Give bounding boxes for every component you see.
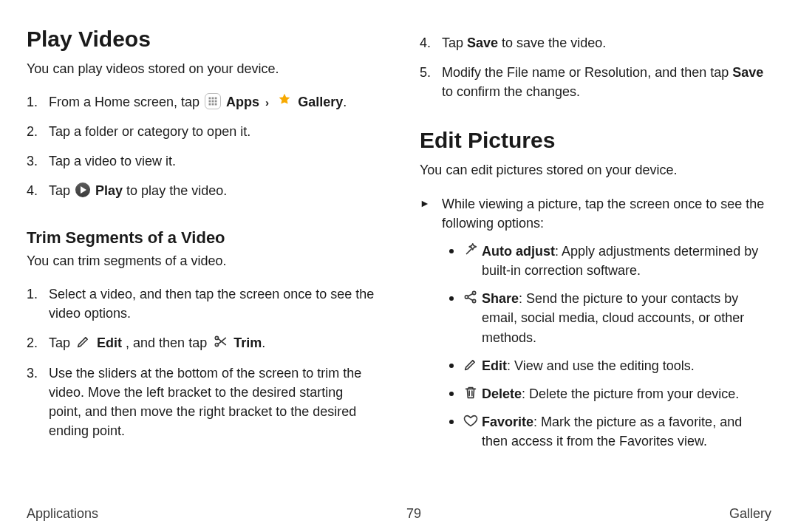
continued-steps: Tap Save to save the video. Modify the F… <box>420 27 771 112</box>
intro-play-videos: You can play videos stored on your devic… <box>27 60 378 78</box>
apps-icon <box>205 93 221 109</box>
trim-label: Trim <box>233 335 262 350</box>
svg-rect-8 <box>215 103 217 105</box>
svg-rect-5 <box>215 100 217 102</box>
trim-step-2b: , and then tap <box>126 335 211 350</box>
step-2: Tap a folder or category to open it. <box>27 122 378 141</box>
edit-option-desc: : View and use the editing tools. <box>507 358 695 373</box>
auto-adjust-label: Auto adjust <box>482 244 555 259</box>
trash-icon <box>463 384 479 400</box>
apps-label: Apps <box>226 95 259 109</box>
svg-rect-0 <box>209 97 211 99</box>
edit-icon <box>463 356 479 372</box>
share-label: Share <box>482 291 519 306</box>
arrow-item-1: While viewing a picture, tap the screen … <box>420 194 771 451</box>
svg-rect-3 <box>209 100 211 102</box>
step-4-text-b: to play the video. <box>126 183 227 198</box>
cont-step-5: Modify the File name or Resolution, and … <box>420 63 771 101</box>
step-3: Tap a video to view it. <box>27 151 378 171</box>
play-icon <box>75 183 90 197</box>
cont-step-5b: to confirm the changes. <box>442 84 580 99</box>
cont-step-5a: Modify the File name or Resolution, and … <box>442 65 732 80</box>
share-desc: : Send the picture to your contacts by e… <box>482 291 744 344</box>
two-column-layout: Play Videos You can play videos stored o… <box>27 27 771 485</box>
footer-page-number: 79 <box>406 506 421 522</box>
step-1: From a Home screen, tap Apps › Gallery. <box>27 92 378 112</box>
arrow-item-1-text: While viewing a picture, tap the screen … <box>442 197 764 231</box>
save-label-2: Save <box>732 65 763 80</box>
subsection-title-trim: Trim Segments of a Video <box>27 228 378 248</box>
footer-section: Applications <box>27 506 98 522</box>
step-1-text-a: From a Home screen, tap <box>49 95 203 109</box>
svg-rect-7 <box>212 103 214 105</box>
step-4-text-a: Tap <box>49 183 74 198</box>
right-column: Tap Save to save the video. Modify the F… <box>414 27 771 485</box>
gallery-icon <box>276 92 293 109</box>
intro-trim: You can trim segments of a video. <box>27 252 378 270</box>
trim-step-1: Select a video, and then tap the screen … <box>27 284 378 323</box>
scissors-icon <box>212 333 228 349</box>
svg-rect-6 <box>209 103 211 105</box>
footer-chapter: Gallery <box>729 506 771 522</box>
favorite-label: Favorite <box>482 415 533 429</box>
svg-rect-1 <box>212 97 214 99</box>
arrow-list: While viewing a picture, tap the screen … <box>420 187 771 460</box>
save-label-1: Save <box>467 35 498 50</box>
section-title-edit-pictures: Edit Pictures <box>420 128 771 154</box>
cont-step-4a: Tap <box>442 35 467 50</box>
auto-adjust-icon <box>463 242 479 258</box>
breadcrumb-chevron: › <box>263 96 271 109</box>
play-label: Play <box>95 183 123 198</box>
edit-options-list: Auto adjust: Apply adjustments determine… <box>442 242 771 451</box>
trim-step-2c: . <box>262 335 265 350</box>
edit-label: Edit <box>97 335 122 350</box>
option-delete: Delete: Delete the picture from your dev… <box>442 384 771 403</box>
step-1-dot: . <box>343 95 347 109</box>
cont-step-4: Tap Save to save the video. <box>420 33 771 52</box>
svg-marker-9 <box>81 186 86 194</box>
delete-desc: : Delete the picture from your device. <box>522 386 739 401</box>
heart-icon <box>463 412 479 429</box>
trim-step-2: Tap Edit , and then tap Trim. <box>27 333 378 352</box>
cont-step-4b: to save the video. <box>498 35 606 50</box>
trim-steps: Select a video, and then tap the screen … <box>27 278 378 451</box>
delete-label: Delete <box>482 386 522 401</box>
option-favorite: Favorite: Mark the picture as a favorite… <box>442 412 771 451</box>
section-title-play-videos: Play Videos <box>27 27 378 52</box>
edit-pencil-icon <box>75 333 92 349</box>
svg-rect-2 <box>215 97 217 99</box>
edit-option-label: Edit <box>482 358 507 373</box>
trim-step-2a: Tap <box>49 335 74 350</box>
page-footer: Applications 79 Gallery <box>27 506 771 522</box>
option-share: Share: Send the picture to your contacts… <box>442 289 771 347</box>
svg-rect-4 <box>212 100 214 102</box>
intro-edit-pictures: You can edit pictures stored on your dev… <box>420 161 771 180</box>
left-column: Play Videos You can play videos stored o… <box>27 27 384 485</box>
trim-step-3: Use the sliders at the bottom of the scr… <box>27 364 378 440</box>
share-icon <box>463 289 479 305</box>
option-edit: Edit: View and use the editing tools. <box>442 356 771 375</box>
option-auto-adjust: Auto adjust: Apply adjustments determine… <box>442 242 771 280</box>
play-videos-steps: From a Home screen, tap Apps › Gallery. … <box>27 86 378 211</box>
step-4: Tap Play to play the video. <box>27 181 378 200</box>
gallery-label: Gallery <box>298 95 343 109</box>
